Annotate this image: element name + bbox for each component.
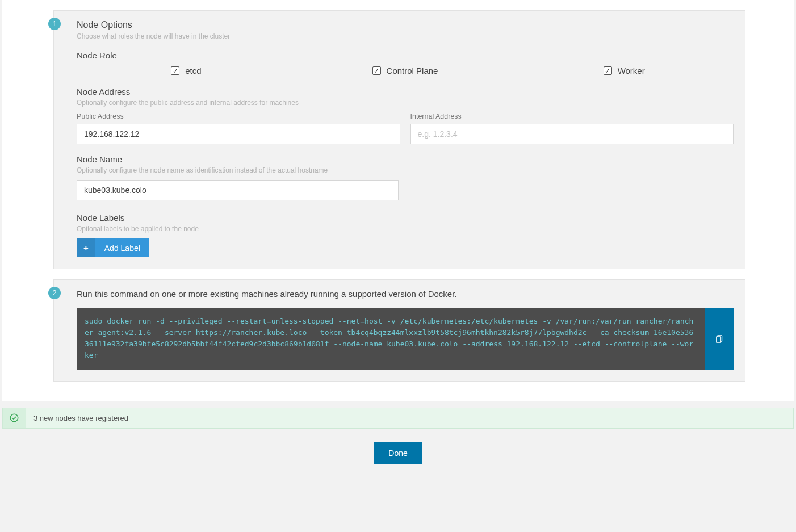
worker-label: Worker — [618, 66, 645, 76]
run-command-panel: 2 Run this command on one or more existi… — [53, 279, 745, 382]
node-address-heading: Node Address — [77, 87, 734, 97]
public-address-input[interactable] — [77, 124, 400, 144]
node-options-desc: Choose what roles the node will have in … — [77, 32, 734, 40]
node-labels-desc: Optional labels to be applied to the nod… — [77, 225, 734, 233]
node-labels-heading: Node Labels — [77, 213, 734, 223]
node-address-desc: Optionally configure the public address … — [77, 99, 734, 107]
node-name-input[interactable] — [77, 180, 399, 200]
node-options-panel: 1 Node Options Choose what roles the nod… — [53, 10, 745, 269]
internal-address-input[interactable] — [410, 124, 734, 144]
internal-address-label: Internal Address — [410, 112, 734, 120]
run-command-desc: Run this command on one or more existing… — [77, 289, 734, 299]
success-notice: 3 new nodes have registered — [2, 408, 794, 429]
step-badge-2: 2 — [48, 287, 61, 299]
clipboard-icon — [715, 333, 724, 344]
notice-text: 3 new nodes have registered — [26, 408, 136, 428]
check-circle-icon — [3, 408, 26, 428]
node-options-title: Node Options — [77, 20, 734, 30]
etcd-label: etcd — [185, 66, 201, 76]
control-plane-label: Control Plane — [387, 66, 438, 76]
node-name-heading: Node Name — [77, 154, 734, 164]
node-role-row: ✓ etcd ✓ Control Plane ✓ Worker — [77, 66, 734, 76]
node-name-desc: Optionally configure the node name as id… — [77, 166, 734, 174]
worker-checkbox[interactable]: ✓ — [604, 66, 612, 75]
copy-button[interactable] — [705, 308, 734, 370]
command-text[interactable]: sudo docker run -d --privileged --restar… — [77, 308, 705, 370]
etcd-checkbox[interactable]: ✓ — [171, 66, 179, 75]
control-plane-checkbox[interactable]: ✓ — [372, 66, 381, 75]
svg-rect-1 — [717, 337, 721, 343]
step-badge-1: 1 — [48, 18, 61, 30]
public-address-label: Public Address — [77, 112, 400, 120]
add-label-button[interactable]: + Add Label — [77, 238, 149, 257]
done-button[interactable]: Done — [374, 442, 422, 464]
plus-icon: + — [77, 238, 95, 257]
svg-point-2 — [10, 414, 18, 422]
add-label-text: Add Label — [95, 238, 149, 257]
node-role-heading: Node Role — [77, 51, 734, 60]
